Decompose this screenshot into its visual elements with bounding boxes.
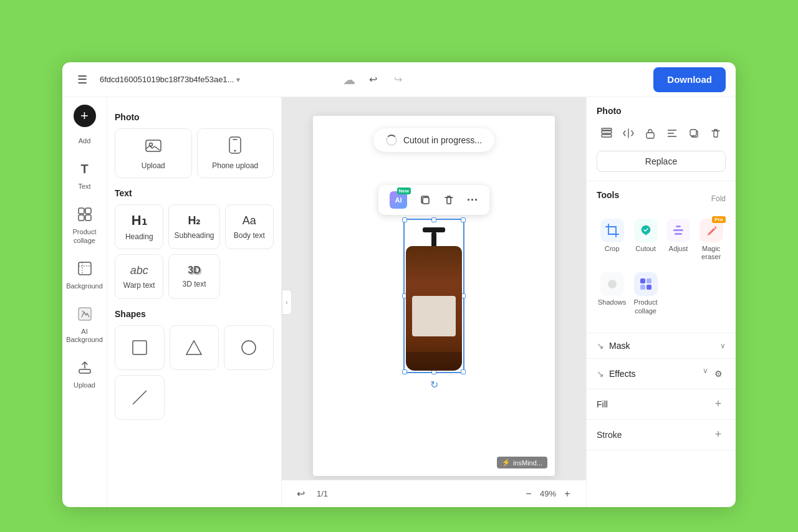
sidebar-item-add-label[interactable]: Add bbox=[66, 132, 103, 150]
mask-section[interactable]: ↘ Mask ∨ bbox=[587, 333, 736, 359]
stroke-row: Stroke + bbox=[587, 420, 736, 450]
adjust-tool[interactable]: Adjust bbox=[664, 215, 693, 265]
svg-rect-13 bbox=[133, 341, 147, 354]
text-sidebar-label: Text bbox=[78, 183, 90, 191]
crop-tool-label: Crop bbox=[605, 245, 620, 253]
app-body: + Add T Text Product collage Background bbox=[62, 97, 736, 507]
text-section-title: Text bbox=[115, 188, 274, 198]
heading-item[interactable]: H₁ Heading bbox=[115, 204, 163, 249]
cutout-progress-badge: Cutout in progress... bbox=[373, 128, 494, 152]
crop-tool-icon bbox=[600, 219, 624, 242]
svg-rect-21 bbox=[602, 128, 612, 130]
delete-icon-button[interactable] bbox=[706, 123, 726, 143]
upload-label: Upload bbox=[74, 381, 95, 389]
magic-eraser-tool[interactable]: Pro Magic eraser bbox=[696, 215, 726, 265]
menu-button[interactable]: ☰ bbox=[72, 70, 92, 90]
svg-rect-18 bbox=[423, 197, 429, 204]
rotate-handle[interactable]: ↻ bbox=[430, 379, 438, 391]
rect-shape-item[interactable] bbox=[115, 325, 165, 370]
fold-button[interactable]: Fold bbox=[711, 194, 726, 203]
svg-rect-22 bbox=[647, 133, 654, 138]
stroke-add-button[interactable]: + bbox=[711, 427, 726, 442]
download-button[interactable]: Download bbox=[653, 67, 726, 92]
collapse-panel-button[interactable]: ‹ bbox=[282, 290, 292, 315]
canvas-undo-button[interactable]: ↩ bbox=[292, 485, 309, 503]
sidebar-item-upload[interactable]: Upload bbox=[66, 351, 103, 394]
svg-rect-34 bbox=[640, 285, 645, 290]
layers-button[interactable] bbox=[597, 123, 616, 143]
3d-text-item[interactable]: 3D 3D text bbox=[168, 254, 219, 299]
warp-text-item[interactable]: abc Warp text bbox=[115, 254, 163, 299]
product-collage-tool[interactable]: Product collage bbox=[631, 268, 660, 318]
body-text-label: Body text bbox=[234, 231, 265, 240]
icon-sidebar: + Add T Text Product collage Background bbox=[62, 97, 107, 507]
redo-button[interactable]: ↪ bbox=[388, 70, 408, 90]
ai-cutout-button[interactable]: AI New bbox=[385, 189, 412, 211]
lock-button[interactable] bbox=[640, 123, 660, 143]
effects-chevron-icon: ∨ bbox=[703, 366, 708, 381]
sidebar-item-background[interactable]: Background bbox=[66, 252, 103, 295]
cutout-tool-icon bbox=[634, 219, 658, 242]
svg-rect-28 bbox=[673, 229, 683, 231]
page-indicator: 1/1 bbox=[317, 489, 328, 498]
warp-text-label: Warp text bbox=[123, 281, 155, 290]
more-options-button[interactable]: ··· bbox=[462, 189, 483, 211]
add-button[interactable]: + bbox=[74, 105, 96, 127]
product-selection-box[interactable] bbox=[403, 219, 464, 373]
triangle-shape-item[interactable] bbox=[170, 325, 219, 370]
upload-photo-icon bbox=[145, 136, 162, 158]
product-container[interactable]: AI New ··· bbox=[403, 219, 464, 373]
svg-rect-1 bbox=[85, 208, 91, 214]
subheading-item[interactable]: H₂ Subheading bbox=[168, 204, 219, 249]
ai-icon: AI New bbox=[390, 191, 407, 209]
copy-button[interactable] bbox=[685, 123, 704, 143]
zoom-out-button[interactable]: − bbox=[520, 485, 537, 503]
svg-rect-29 bbox=[676, 226, 681, 227]
crop-tool[interactable]: Crop bbox=[597, 215, 627, 265]
svg-point-12 bbox=[234, 150, 236, 152]
canvas-inner[interactable]: AI New ··· bbox=[313, 116, 555, 476]
sidebar-item-ai-background[interactable]: AI Background bbox=[66, 298, 103, 349]
line-shape-item[interactable] bbox=[115, 375, 165, 420]
effects-settings-button[interactable]: ⚙ bbox=[711, 366, 726, 381]
sidebar-item-text[interactable]: T Text bbox=[66, 153, 103, 196]
cutout-tool[interactable]: Cutout bbox=[631, 215, 660, 265]
upload-item[interactable]: Upload bbox=[115, 128, 192, 178]
replace-button[interactable]: Replace bbox=[597, 151, 726, 172]
fill-add-button[interactable]: + bbox=[711, 397, 726, 412]
flip-button[interactable] bbox=[618, 123, 638, 143]
duplicate-button[interactable] bbox=[415, 189, 436, 211]
phone-upload-icon bbox=[228, 136, 242, 158]
delete-button[interactable] bbox=[438, 189, 459, 211]
svg-rect-0 bbox=[79, 208, 84, 214]
svg-marker-14 bbox=[186, 341, 201, 354]
align-button[interactable] bbox=[663, 123, 682, 143]
heading-icon: H₁ bbox=[132, 212, 147, 229]
zoom-control: − 49% + bbox=[520, 485, 576, 503]
svg-rect-35 bbox=[647, 285, 651, 290]
adjust-tool-icon bbox=[666, 219, 690, 242]
right-icons-row bbox=[597, 123, 726, 143]
3d-text-label: 3D text bbox=[182, 280, 206, 288]
header-actions: ↩ ↪ bbox=[363, 70, 408, 90]
svg-rect-33 bbox=[647, 278, 651, 283]
sidebar-item-product-collage[interactable]: Product collage bbox=[66, 198, 103, 249]
zoom-in-button[interactable]: + bbox=[559, 485, 576, 503]
photo-section-title: Photo bbox=[115, 112, 274, 122]
svg-rect-30 bbox=[675, 233, 682, 235]
phone-upload-item[interactable]: Phone upload bbox=[197, 128, 274, 178]
shadows-tool[interactable]: Shadows bbox=[597, 268, 627, 318]
svg-rect-2 bbox=[79, 215, 84, 221]
right-photo-section: Photo bbox=[587, 97, 736, 181]
mask-chevron-icon: ∨ bbox=[720, 341, 726, 350]
effects-section[interactable]: ↘ Effects ∨ ⚙ bbox=[587, 359, 736, 389]
photo-grid: Upload Phone upload bbox=[115, 128, 274, 178]
canvas-bottom-bar: ↩ 1/1 − 49% + bbox=[282, 480, 586, 507]
fill-label: Fill bbox=[597, 399, 608, 409]
body-text-item[interactable]: Aa Body text bbox=[225, 204, 274, 249]
circle-shape-item[interactable] bbox=[224, 325, 274, 370]
ai-background-icon bbox=[74, 303, 96, 325]
undo-button[interactable]: ↩ bbox=[363, 70, 383, 90]
svg-rect-20 bbox=[602, 135, 612, 137]
triangle-shape-icon bbox=[185, 339, 203, 356]
